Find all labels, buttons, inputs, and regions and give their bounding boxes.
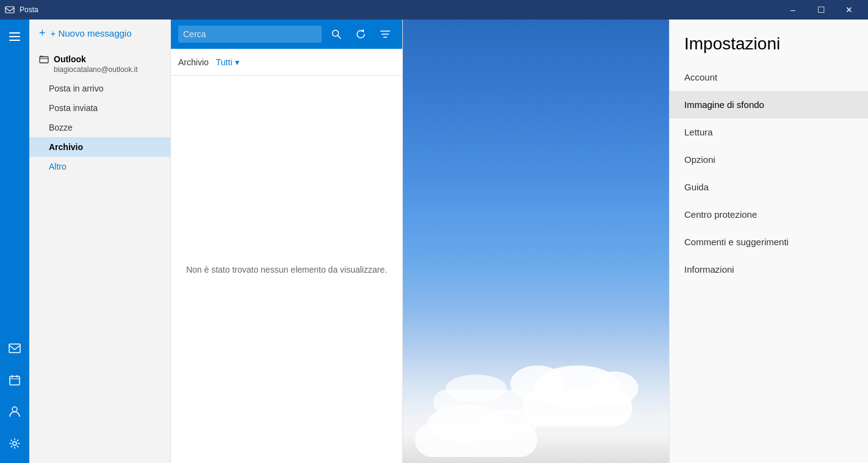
filter-icon-button[interactable] [375, 24, 395, 44]
cloud-group-2 [403, 408, 598, 457]
close-button[interactable]: ✕ [835, 0, 863, 20]
message-filter-bar: Archivio Tutti ▾ [171, 49, 402, 76]
nav-bottom [0, 334, 29, 463]
svg-rect-0 [5, 7, 14, 13]
settings-item-lettura[interactable]: Lettura [670, 118, 868, 146]
folder-item-bozze[interactable]: Bozze [29, 118, 170, 137]
svg-line-13 [338, 35, 341, 38]
new-message-label: + Nuovo messaggio [51, 28, 132, 38]
folder-panel: + + Nuovo messaggio Outlook biagiocatala… [29, 20, 171, 463]
titlebar: Posta – ☐ ✕ [0, 0, 868, 20]
account-name-row[interactable]: Outlook [39, 54, 161, 64]
settings-item-centro-protezione[interactable]: Centro protezione [670, 201, 868, 228]
new-message-button[interactable]: + + Nuovo messaggio [29, 20, 170, 47]
settings-item-commenti[interactable]: Commenti e suggerimenti [670, 228, 868, 256]
svg-rect-11 [40, 57, 48, 63]
message-panel: Archivio Tutti ▾ Non è stato trovato nes… [171, 20, 403, 463]
filter-dropdown[interactable]: Tutti ▾ [216, 57, 239, 67]
settings-title: Impostazioni [670, 20, 868, 63]
people-nav-button[interactable] [0, 397, 29, 426]
folder-item-altro[interactable]: Altro [29, 157, 170, 176]
svg-rect-5 [10, 376, 20, 385]
app-body: + + Nuovo messaggio Outlook biagiocatala… [0, 20, 868, 463]
cloud-group-3 [433, 378, 555, 414]
account-name: Outlook [54, 54, 86, 64]
calendar-nav-button[interactable] [0, 365, 29, 395]
message-empty-state: Non è stato trovato nessun elemento da v… [171, 76, 402, 463]
svg-rect-2 [9, 36, 20, 37]
maximize-button[interactable]: ☐ [807, 0, 835, 20]
search-button[interactable] [327, 24, 346, 44]
left-nav [0, 20, 29, 463]
settings-item-immagine-sfondo[interactable]: Immagine di sfondo [670, 91, 868, 118]
filter-archive-label: Archivio [178, 57, 209, 67]
svg-rect-3 [9, 40, 20, 41]
titlebar-controls: – ☐ ✕ [779, 0, 863, 20]
settings-item-account[interactable]: Account [670, 63, 868, 91]
minimize-button[interactable]: – [779, 0, 807, 20]
message-toolbar [171, 20, 402, 49]
folder-item-archivio[interactable]: Archivio [29, 137, 170, 157]
settings-item-opzioni[interactable]: Opzioni [670, 146, 868, 173]
svg-point-10 [13, 442, 16, 445]
svg-rect-1 [9, 32, 20, 34]
account-section: Outlook biagiocatalano@outlook.it [29, 47, 170, 79]
settings-item-guida[interactable]: Guida [670, 173, 868, 201]
titlebar-title: Posta [5, 5, 38, 15]
folder-list: Posta in arrivo Posta inviata Bozze Arch… [29, 79, 170, 463]
mail-nav-button[interactable] [0, 334, 29, 363]
svg-point-9 [12, 407, 17, 412]
gear-nav-button[interactable] [0, 429, 29, 458]
folder-icon [39, 54, 49, 64]
app-title: Posta [20, 5, 38, 14]
account-email: biagiocatalano@outlook.it [54, 65, 161, 74]
search-input[interactable] [178, 26, 322, 43]
folder-item-posta-inviata[interactable]: Posta inviata [29, 98, 170, 118]
settings-list: Account Immagine di sfondo Lettura Opzio… [670, 63, 868, 463]
chevron-down-icon: ▾ [235, 57, 239, 67]
svg-rect-4 [9, 344, 20, 353]
hamburger-button[interactable] [0, 22, 29, 51]
preview-area [403, 20, 669, 463]
plus-icon: + [39, 27, 46, 40]
app-icon [5, 5, 15, 15]
settings-panel: Impostazioni Account Immagine di sfondo … [669, 20, 868, 463]
folder-item-posta-in-arrivo[interactable]: Posta in arrivo [29, 79, 170, 98]
settings-item-informazioni[interactable]: Informazioni [670, 256, 868, 283]
refresh-button[interactable] [351, 24, 371, 44]
